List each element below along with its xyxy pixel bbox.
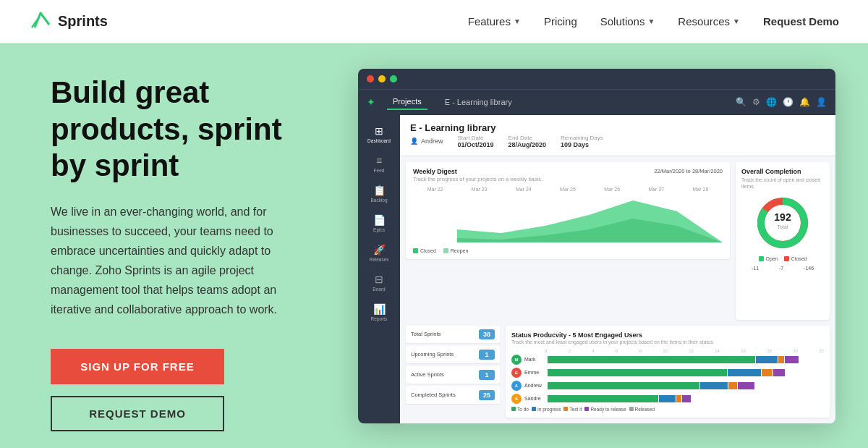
bar-row-emme: E Emme (511, 368, 824, 378)
overall-completion-card: Overall Completion Track the count of op… (736, 162, 830, 320)
reports-icon: 📊 (373, 303, 386, 315)
dash-nav-projects[interactable]: Projects (387, 94, 427, 110)
bar-row-sandre: S Sandre (511, 394, 824, 404)
bar-track-emme (548, 369, 824, 376)
legend-closed: Closed (413, 248, 436, 253)
stat-minus146: -146 (804, 266, 814, 271)
right-panel: Overall Completion Track the count of op… (736, 162, 830, 320)
dashboard-window: ✦ Projects E - Learning library 🔍 ⚙ 🌐 🕐 … (358, 69, 835, 423)
minimize-dot (378, 75, 386, 83)
total-sprints-row: Total Sprints 38 (406, 326, 500, 343)
logo[interactable]: Sprints (29, 10, 108, 33)
legend-ready: Ready to release (584, 407, 626, 412)
donut-stats: -11 -7 -146 (741, 266, 824, 271)
backlog-icon: 📋 (373, 185, 386, 196)
request-demo-link[interactable]: Request Demo (763, 15, 839, 28)
status-productivity-card: Status Producvity - 5 Most Engaged Users… (506, 326, 830, 418)
expand-dot (390, 75, 397, 83)
bar-track-andrew (548, 382, 824, 389)
dash-content: Weekly Digest Track the progress of your… (400, 156, 835, 326)
page-title: E - Learning library (410, 122, 825, 133)
completed-sprints-row: Completed Sprints 25 (406, 386, 500, 404)
close-dot (367, 75, 374, 83)
nav-resources[interactable]: Resources ▼ (678, 15, 740, 28)
donut-closed-legend: Closed (784, 256, 807, 261)
weekly-digest-date: 22/Mar/2020 to 28/Mar/2020 (654, 168, 723, 174)
active-sprints-row: Active Sprints 1 (406, 366, 500, 384)
legend-reopen: Reopen (443, 248, 469, 253)
bar-chart-subtitle: Track the most and least engaged users i… (511, 339, 824, 345)
upcoming-sprints-row: Upcoming Sprints 1 (406, 346, 500, 363)
chart-day-labels: Mar 22 Mar 23 Mar 24 Mar 25 Mar 26 Mar 2… (413, 187, 723, 192)
epics-icon: 📄 (373, 214, 386, 226)
nav-pricing[interactable]: Pricing (544, 15, 577, 28)
signup-button[interactable]: SIGN UP FOR FREE (51, 349, 224, 384)
avatar-mark: M (511, 355, 522, 365)
bottom-row: Total Sprints 38 Upcoming Sprints 1 Acti… (400, 326, 835, 423)
dash-main: E - Learning library 👤 Andrew Start Date… (400, 115, 835, 423)
dash-sidebar: ⊞ Dashboard ≡ Feed 📋 Backlog 📄 Epics (358, 115, 400, 423)
svg-text:Total: Total (778, 224, 788, 229)
window-titlebar (358, 69, 835, 89)
remaining-days: Remaining Days 109 Days (561, 135, 603, 148)
chevron-down-icon: ▼ (514, 17, 521, 25)
avatar-andrew: A (511, 381, 522, 391)
bar-row-andrew: A Andrew (511, 381, 824, 391)
chevron-down-icon: ▼ (647, 17, 655, 25)
dash-logo-icon: ✦ (367, 96, 375, 108)
left-panel: Weekly Digest Track the progress of your… (406, 162, 730, 320)
weekly-digest-title: Weekly Digest (413, 168, 542, 175)
legend-todo: To do (511, 407, 529, 412)
hero-description: We live in an ever-changing world, and f… (51, 202, 311, 320)
stat-minus11: -11 (752, 266, 759, 271)
hero-text: Build great products, sprint by sprint W… (0, 43, 347, 448)
bell-icon[interactable]: 🔔 (799, 97, 810, 107)
legend-released: Released (629, 407, 655, 412)
dash-topbar: ✦ Projects E - Learning library 🔍 ⚙ 🌐 🕐 … (358, 89, 835, 115)
sprint-stats: Total Sprints 38 Upcoming Sprints 1 Acti… (406, 326, 500, 418)
logo-text: Sprints (58, 13, 108, 30)
stat-minus7: -7 (779, 266, 783, 271)
sidebar-item-releases[interactable]: 🚀 Releases (358, 240, 400, 266)
dash-nav-learning[interactable]: E - Learning library (439, 95, 518, 109)
demo-button[interactable]: REQUEST DEMO (51, 396, 224, 431)
sidebar-item-board[interactable]: ⊟ Board (358, 269, 400, 296)
sidebar-item-feed[interactable]: ≡ Feed (358, 151, 400, 177)
dash-body: ⊞ Dashboard ≡ Feed 📋 Backlog 📄 Epics (358, 115, 835, 423)
navbar: Sprints Features ▼ Pricing Solutions ▼ R… (0, 0, 868, 43)
releases-icon: 🚀 (373, 244, 386, 255)
end-date: End Date 28/Aug/2020 (509, 135, 547, 148)
svg-text:192: 192 (774, 211, 791, 223)
sprints-logo-icon (29, 10, 52, 33)
user-icon: 👤 (410, 138, 418, 145)
sidebar-item-reports[interactable]: 📊 Reports (358, 299, 400, 326)
legend-testit: Test it (563, 407, 582, 412)
completion-subtitle: Track the count of open and closed items… (741, 177, 824, 190)
nav-features[interactable]: Features ▼ (468, 15, 521, 28)
donut-svg: 192 Total (754, 194, 812, 252)
donut-open-legend: Open (759, 256, 778, 261)
hero-title: Build great products, sprint by sprint (51, 75, 311, 184)
bar-chart-title: Status Producvity - 5 Most Engaged Users (511, 331, 824, 339)
search-icon[interactable]: 🔍 (736, 97, 746, 107)
weekly-digest-card: Weekly Digest Track the progress of your… (406, 162, 730, 259)
chevron-down-icon: ▼ (733, 17, 740, 25)
bar-track-sandre (548, 395, 824, 402)
clock-icon[interactable]: 🕐 (783, 97, 793, 107)
nav-links: Features ▼ Pricing Solutions ▼ Resources… (468, 15, 839, 28)
hero-section: Build great products, sprint by sprint W… (0, 43, 868, 448)
avatar-sandre: S (511, 394, 522, 404)
settings-icon[interactable]: ⚙ (752, 97, 760, 107)
avatar[interactable]: 👤 (816, 97, 827, 107)
sidebar-item-dashboard[interactable]: ⊞ Dashboard (358, 121, 400, 148)
sidebar-item-backlog[interactable]: 📋 Backlog (358, 180, 400, 207)
page-meta: 👤 Andrew Start Date 01/Oct/2019 End Date… (410, 135, 825, 148)
avatar-emme: E (511, 368, 522, 378)
closed-dot (413, 248, 418, 253)
globe-icon[interactable]: 🌐 (766, 97, 777, 107)
legend-inprogress: In progress (532, 407, 561, 412)
donut-chart: 192 Total (754, 194, 812, 252)
sidebar-item-epics[interactable]: 📄 Epics (358, 210, 400, 237)
nav-solutions[interactable]: Solutions ▼ (600, 15, 655, 28)
dash-icon-bar: 🔍 ⚙ 🌐 🕐 🔔 👤 (736, 97, 827, 107)
